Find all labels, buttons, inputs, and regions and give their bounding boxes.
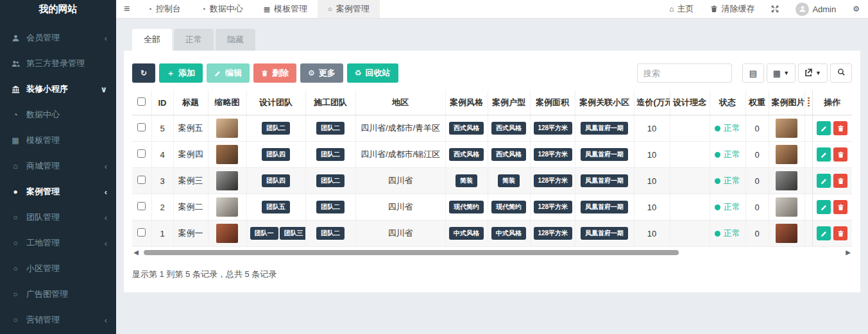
scroll-right-arrow[interactable]: ▶ bbox=[844, 249, 852, 256]
cell-ops bbox=[812, 142, 852, 168]
cell-layout: 简装 bbox=[488, 168, 530, 194]
sidebar-item-6[interactable]: ⌂商城管理‹ bbox=[0, 153, 116, 179]
sidebar-item-label: 团队管理 bbox=[26, 212, 105, 223]
row-delete-button[interactable] bbox=[833, 174, 847, 188]
chevron-left-icon: ‹ bbox=[105, 315, 107, 325]
scroll-left-arrow[interactable]: ◀ bbox=[132, 249, 140, 256]
filter-tab-2[interactable]: 正常 bbox=[174, 29, 214, 51]
cell-concept bbox=[670, 115, 710, 142]
fullscreen-button[interactable] bbox=[763, 0, 787, 18]
row-checkbox[interactable] bbox=[137, 149, 146, 158]
row-edit-button[interactable] bbox=[817, 147, 831, 162]
pencil-icon bbox=[214, 70, 221, 77]
recycle-bin-button[interactable]: ♻回收站 bbox=[347, 63, 398, 83]
refresh-button[interactable]: ↻ bbox=[132, 63, 155, 83]
navbar-left: ≡ ◔控制台◔数据中心▦模板管理○案例管理 bbox=[116, 0, 380, 18]
case-photo-image bbox=[776, 171, 797, 190]
row-edit-button[interactable] bbox=[817, 174, 831, 188]
tag-badge: 凤凰首府一期 bbox=[581, 201, 628, 213]
tag-badge: 128平方米 bbox=[534, 148, 573, 161]
cell-region: 四川省/成都市/锦江区 bbox=[355, 142, 445, 168]
clear-cache-link[interactable]: 清除缓存 bbox=[702, 0, 763, 18]
app-window: 我的网站 会员管理‹第三方登录管理装修小程序∨◔数据中心▦模板管理⌂商城管理‹●… bbox=[0, 0, 868, 334]
case-photo-image bbox=[776, 224, 797, 243]
menu-toggle-icon[interactable]: ≡ bbox=[116, 3, 137, 15]
sidebar-item-12[interactable]: ○营销管理‹ bbox=[0, 307, 116, 333]
column-header-style: 案例风格 bbox=[445, 90, 488, 115]
sidebar-item-9[interactable]: ○工地管理‹ bbox=[0, 230, 116, 256]
sidebar-item-1[interactable]: 会员管理‹ bbox=[0, 25, 116, 51]
circle-icon: ○ bbox=[9, 213, 22, 222]
cell-id: 4 bbox=[151, 142, 173, 168]
cell-design_team: 团队二 bbox=[246, 115, 305, 142]
table-row: 1案例一团队一团队三团队二四川省中式风格中式风格128平方米凤凰首府一期10正常… bbox=[132, 221, 852, 247]
scrollbar-track[interactable] bbox=[140, 249, 844, 256]
sidebar-item-3[interactable]: 装修小程序∨ bbox=[0, 76, 116, 102]
navbar-tab-1[interactable]: ◔控制台 bbox=[137, 0, 191, 18]
search-input[interactable] bbox=[637, 63, 732, 83]
filter-tab-1[interactable]: 全部 bbox=[132, 29, 172, 51]
cell-community: 凤凰首府一期 bbox=[575, 168, 634, 194]
tag-badge: 西式风格 bbox=[491, 122, 526, 135]
column-header-check[interactable] bbox=[132, 90, 151, 115]
navbar-tab-3[interactable]: ▦模板管理 bbox=[253, 0, 318, 18]
avatar bbox=[796, 3, 809, 16]
row-checkbox[interactable] bbox=[137, 123, 146, 131]
navbar-tab-4[interactable]: ○案例管理 bbox=[318, 0, 380, 18]
status-dot-icon bbox=[715, 126, 720, 131]
chevron-down-icon: ∨ bbox=[100, 85, 107, 94]
row-delete-button[interactable] bbox=[833, 200, 847, 214]
toolbar: ↻ ＋添加 编辑 删除 ⚙更多 ♻回收站 ▤ ▦▼ ▼ bbox=[132, 63, 852, 83]
cell-layout: 现代简约 bbox=[488, 194, 530, 221]
row-checkbox[interactable] bbox=[137, 202, 146, 210]
sidebar-item-4[interactable]: ◔数据中心 bbox=[0, 102, 116, 128]
sidebar-item-7[interactable]: ●案例管理‹ bbox=[0, 179, 116, 205]
horizontal-scrollbar: ◀ ▶ bbox=[132, 248, 852, 257]
sidebar-item-8[interactable]: ○团队管理‹ bbox=[0, 205, 116, 230]
row-delete-button[interactable] bbox=[833, 147, 847, 162]
thumbnail-image bbox=[216, 145, 238, 164]
row-edit-button[interactable] bbox=[817, 200, 831, 214]
cell-design_team: 团队一团队三 bbox=[246, 221, 305, 247]
sidebar-item-2[interactable]: 第三方登录管理 bbox=[0, 51, 116, 76]
column-header-area: 案例面积 bbox=[530, 90, 575, 115]
cell-ops bbox=[812, 221, 852, 247]
navbar-tab-2[interactable]: ◔数据中心 bbox=[191, 0, 253, 18]
cell-style: 西式风格 bbox=[445, 142, 488, 168]
settings-button[interactable]: ⚙ bbox=[844, 0, 868, 18]
sidebar-item-11[interactable]: ○广告图管理 bbox=[0, 281, 116, 307]
delete-button[interactable]: 删除 bbox=[253, 63, 296, 83]
tag-badge: 凤凰首府一期 bbox=[581, 227, 628, 240]
cell-concept bbox=[670, 142, 710, 168]
home-link[interactable]: ⌂ 主页 bbox=[661, 0, 702, 18]
tag-badge: 团队四 bbox=[262, 148, 290, 161]
add-button[interactable]: ＋添加 bbox=[159, 63, 203, 83]
row-checkbox[interactable] bbox=[137, 176, 146, 184]
select-all-checkbox[interactable] bbox=[137, 97, 146, 106]
cell-style: 西式风格 bbox=[445, 115, 488, 142]
chevron-down-icon: ▼ bbox=[783, 70, 789, 76]
row-checkbox[interactable] bbox=[137, 228, 146, 237]
card-view-button[interactable]: ▤ bbox=[742, 63, 764, 83]
navbar-tabs: ◔控制台◔数据中心▦模板管理○案例管理 bbox=[137, 0, 379, 18]
filter-tab-3[interactable]: 隐藏 bbox=[216, 29, 255, 51]
user-menu[interactable]: Admin bbox=[787, 0, 844, 18]
edit-button[interactable]: 编辑 bbox=[207, 63, 250, 83]
sidebar-item-5[interactable]: ▦模板管理 bbox=[0, 128, 116, 153]
row-delete-button[interactable] bbox=[833, 121, 847, 135]
scrollbar-thumb[interactable] bbox=[144, 250, 679, 255]
columns-button[interactable]: ▦▼ bbox=[767, 63, 796, 83]
cell-concept bbox=[670, 168, 710, 194]
clear-cache-label: 清除缓存 bbox=[721, 3, 754, 15]
search-toggle-button[interactable] bbox=[830, 63, 852, 83]
cell-layout: 西式风格 bbox=[488, 115, 530, 142]
export-button[interactable]: ▼ bbox=[798, 63, 828, 83]
row-delete-button[interactable] bbox=[833, 226, 847, 240]
row-edit-button[interactable] bbox=[817, 226, 831, 240]
sidebar-item-10[interactable]: ○小区管理 bbox=[0, 256, 116, 281]
more-button[interactable]: ⚙更多 bbox=[300, 63, 343, 83]
cell-ops bbox=[812, 194, 852, 221]
tag-badge: 团队二 bbox=[316, 227, 345, 240]
tag-badge: 团队二 bbox=[316, 148, 345, 161]
row-edit-button[interactable] bbox=[817, 121, 831, 135]
